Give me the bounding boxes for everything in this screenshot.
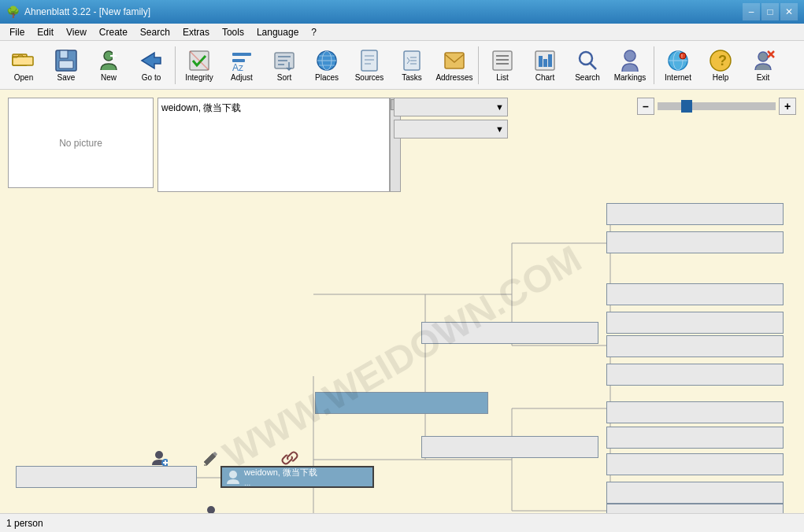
menu-search[interactable]: Search <box>134 25 176 39</box>
svg-rect-37 <box>543 59 547 67</box>
toolbar-integrity-label: Integrity <box>185 73 213 82</box>
svg-rect-4 <box>59 61 73 68</box>
toolbar-goto[interactable]: Go to <box>131 43 172 87</box>
toolbar-addresses[interactable]: Addresses <box>434 43 475 87</box>
ggp-2-box[interactable] <box>606 231 784 253</box>
toolbar-list-label: List <box>496 73 509 82</box>
toolbar-save-label: Save <box>57 73 76 82</box>
zoom-slider[interactable] <box>658 102 776 110</box>
link-icon[interactable] <box>280 449 299 467</box>
spouse-box[interactable] <box>16 466 197 488</box>
menu-help[interactable]: ? <box>305 25 323 39</box>
chart-icon <box>532 48 558 73</box>
dropdown-1-arrow: ▼ <box>495 102 504 112</box>
internet-icon: ! <box>665 48 691 73</box>
svg-line-40 <box>590 63 596 69</box>
close-button[interactable]: ✕ <box>780 3 798 20</box>
toolbar-internet[interactable]: ! Internet <box>658 43 698 87</box>
zoom-controls: – + <box>637 98 796 115</box>
new-icon <box>96 48 121 73</box>
menu-language[interactable]: Language <box>250 25 305 39</box>
add-parent-icon[interactable] <box>150 449 169 467</box>
menu-tools[interactable]: Tools <box>216 25 250 39</box>
menu-view[interactable]: View <box>60 25 93 39</box>
ggp-8-box[interactable] <box>606 427 784 449</box>
svg-rect-3 <box>60 50 68 58</box>
toolbar-list[interactable]: List <box>482 43 523 87</box>
toolbar-tasks[interactable]: Tasks <box>391 43 432 87</box>
toolbar-open[interactable]: Open <box>3 43 44 87</box>
svg-point-85 <box>155 451 163 459</box>
gp-m-m-box[interactable] <box>421 436 598 458</box>
toolbar-new[interactable]: New <box>88 43 129 87</box>
search-icon <box>575 48 600 73</box>
app-icon: 🌳 <box>6 6 20 18</box>
ggp-11-box[interactable] <box>606 504 784 513</box>
toolbar-adjust-label: Adjust <box>231 73 253 82</box>
toolbar-open-label: Open <box>14 73 33 82</box>
toolbar-places[interactable]: Places <box>306 43 347 87</box>
save-icon <box>54 48 79 73</box>
add-child-icon[interactable] <box>202 504 220 513</box>
ggp-5-box[interactable] <box>606 335 784 357</box>
toolbar-chart[interactable]: Chart <box>524 43 565 87</box>
zoom-out-button[interactable]: – <box>637 98 654 115</box>
minimize-button[interactable]: – <box>743 3 760 20</box>
toolbar-integrity[interactable]: Integrity <box>179 43 220 87</box>
dropdown-2[interactable]: ▼ <box>394 120 508 139</box>
menu-extras[interactable]: Extras <box>176 25 216 39</box>
svg-rect-10 <box>232 53 251 56</box>
edit-icon[interactable] <box>201 449 220 467</box>
toolbar-search-label: Search <box>575 73 600 82</box>
addresses-icon <box>442 48 467 73</box>
toolbar-adjust[interactable]: Az Adjust <box>221 43 262 87</box>
info-dropdowns: ▼ ▼ <box>394 98 508 139</box>
svg-text:!: ! <box>681 54 683 59</box>
toolbar-markings[interactable]: Markings <box>609 43 650 87</box>
svg-text:Az: Az <box>232 62 243 73</box>
toolbar-search[interactable]: Search <box>567 43 608 87</box>
exit-icon <box>750 48 776 73</box>
svg-point-90 <box>207 506 215 513</box>
dropdown-1[interactable]: ▼ <box>394 98 508 116</box>
toolbar-sources[interactable]: Sources <box>349 43 390 87</box>
toolbar-addresses-label: Addresses <box>435 73 472 82</box>
maximize-button[interactable]: □ <box>761 3 779 20</box>
menu-file[interactable]: File <box>3 25 31 39</box>
toolbar-markings-label: Markings <box>614 73 647 82</box>
parent-male-box[interactable] <box>315 392 488 414</box>
zoom-thumb[interactable] <box>681 100 692 113</box>
ggp-9-box[interactable] <box>606 453 784 475</box>
toolbar-exit[interactable]: Exit <box>743 43 784 87</box>
adjust-icon: Az <box>229 48 254 73</box>
title-bar: 🌳 Ahnenblatt 3.22 - [New family] – □ ✕ <box>0 0 804 24</box>
zoom-in-button[interactable]: + <box>779 98 796 115</box>
ggp-10-box[interactable] <box>606 482 784 504</box>
toolbar-internet-label: Internet <box>665 73 691 82</box>
toolbar-help-label: Help <box>713 73 729 82</box>
toolbar-sep-3 <box>654 46 654 84</box>
ggp-6-box[interactable] <box>606 364 784 386</box>
svg-rect-36 <box>539 56 543 67</box>
toolbar-sep-1 <box>175 46 176 84</box>
ggp-1-box[interactable] <box>606 203 784 225</box>
svg-rect-30 <box>445 53 464 68</box>
gp-top-box[interactable] <box>421 322 598 344</box>
svg-rect-38 <box>548 54 552 67</box>
toolbar-sort-label: Sort <box>277 73 291 82</box>
sort-icon <box>272 48 297 73</box>
ggp-7-box[interactable] <box>606 401 784 423</box>
ggp-3-box[interactable] <box>606 283 784 305</box>
menu-create[interactable]: Create <box>93 25 134 39</box>
toolbar-save[interactable]: Save <box>46 43 87 87</box>
menu-edit[interactable]: Edit <box>31 25 60 39</box>
toolbar-tasks-label: Tasks <box>402 73 422 82</box>
main-person-box[interactable]: weidown, 微当下载 ... <box>220 466 374 488</box>
tasks-icon <box>399 48 424 73</box>
svg-point-94 <box>229 471 237 478</box>
toolbar-goto-label: Go to <box>142 73 161 82</box>
toolbar: Open Save New Go to <box>0 41 804 90</box>
toolbar-sort[interactable]: Sort <box>264 43 305 87</box>
toolbar-help[interactable]: ? Help <box>700 43 741 87</box>
ggp-4-box[interactable] <box>606 312 784 334</box>
